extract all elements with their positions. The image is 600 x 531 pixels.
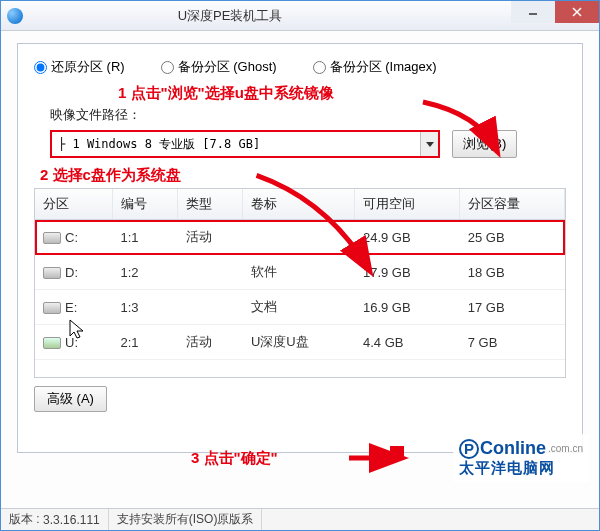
minimize-button[interactable] xyxy=(511,1,555,23)
chevron-down-icon[interactable] xyxy=(420,132,438,156)
table-header-row: 分区 编号 类型 卷标 可用空间 分区容量 xyxy=(35,189,565,220)
col-free[interactable]: 可用空间 xyxy=(355,189,460,220)
bottom-row: 高级 (A) xyxy=(34,386,566,412)
table-row[interactable]: D:1:2软件17.9 GB18 GB xyxy=(35,255,565,290)
statusbar: 版本 : 3.3.16.111 支持安装所有(ISO)原版系 xyxy=(1,508,599,530)
watermark: PPConlineConline.com.cn 太平洋电脑网 xyxy=(453,434,589,482)
image-path-input[interactable] xyxy=(52,137,420,151)
col-size[interactable]: 分区容量 xyxy=(460,189,565,220)
table-row[interactable]: E:1:3文档16.9 GB17 GB xyxy=(35,290,565,325)
titlebar: U深度PE装机工具 xyxy=(1,1,599,31)
annotation-2: 2 选择c盘作为系统盘 xyxy=(40,166,181,185)
disk-icon xyxy=(43,337,61,349)
image-path-label: 映像文件路径： xyxy=(50,106,566,124)
restore-radio-label[interactable]: 还原分区 (R) xyxy=(34,58,125,76)
disk-icon xyxy=(43,302,61,314)
backup-imagex-radio-text: 备份分区 (Imagex) xyxy=(330,58,437,76)
col-type[interactable]: 类型 xyxy=(178,189,243,220)
table-row[interactable]: C:1:1活动24.9 GB25 GB xyxy=(35,220,565,255)
annotation-1: 1 点击"浏览"选择u盘中系统镜像 xyxy=(118,84,334,103)
ok-button-held-marker xyxy=(390,446,404,460)
status-note: 支持安装所有(ISO)原版系 xyxy=(109,509,263,530)
svg-marker-3 xyxy=(426,142,434,147)
close-button[interactable] xyxy=(555,1,599,23)
table-row[interactable]: U:2:1活动U深度U盘4.4 GB7 GB xyxy=(35,325,565,360)
window-buttons xyxy=(511,1,599,30)
backup-imagex-radio[interactable] xyxy=(313,61,326,74)
disk-icon xyxy=(43,267,61,279)
window-title: U深度PE装机工具 xyxy=(29,7,431,25)
col-partition[interactable]: 分区 xyxy=(35,189,112,220)
content-area: 还原分区 (R) 备份分区 (Ghost) 备份分区 (Imagex) 1 点击… xyxy=(1,31,599,508)
image-path-combo[interactable] xyxy=(50,130,440,158)
watermark-cn: 太平洋电脑网 xyxy=(459,459,583,478)
partition-table: 分区 编号 类型 卷标 可用空间 分区容量 C:1:1活动24.9 GB25 G… xyxy=(34,188,566,378)
backup-ghost-radio[interactable] xyxy=(161,61,174,74)
backup-ghost-radio-label[interactable]: 备份分区 (Ghost) xyxy=(161,58,277,76)
advanced-button[interactable]: 高级 (A) xyxy=(34,386,107,412)
app-icon xyxy=(7,8,23,24)
status-version: 版本 : 3.3.16.111 xyxy=(1,509,109,530)
backup-imagex-radio-label[interactable]: 备份分区 (Imagex) xyxy=(313,58,437,76)
col-number[interactable]: 编号 xyxy=(112,189,177,220)
image-path-row: 浏览(B) xyxy=(50,130,566,158)
browse-button[interactable]: 浏览(B) xyxy=(452,130,517,158)
restore-radio[interactable] xyxy=(34,61,47,74)
backup-ghost-radio-text: 备份分区 (Ghost) xyxy=(178,58,277,76)
annotation-3: 3 点击"确定" xyxy=(191,449,278,468)
watermark-brand: PPConlineConline.com.cn xyxy=(459,438,583,459)
disk-icon xyxy=(43,232,61,244)
app-window: U深度PE装机工具 还原分区 (R) 备份分区 (Ghost) xyxy=(0,0,600,531)
main-panel: 还原分区 (R) 备份分区 (Ghost) 备份分区 (Imagex) 1 点击… xyxy=(17,43,583,453)
mode-radio-group: 还原分区 (R) 备份分区 (Ghost) 备份分区 (Imagex) xyxy=(34,58,566,76)
col-label[interactable]: 卷标 xyxy=(243,189,355,220)
restore-radio-text: 还原分区 (R) xyxy=(51,58,125,76)
